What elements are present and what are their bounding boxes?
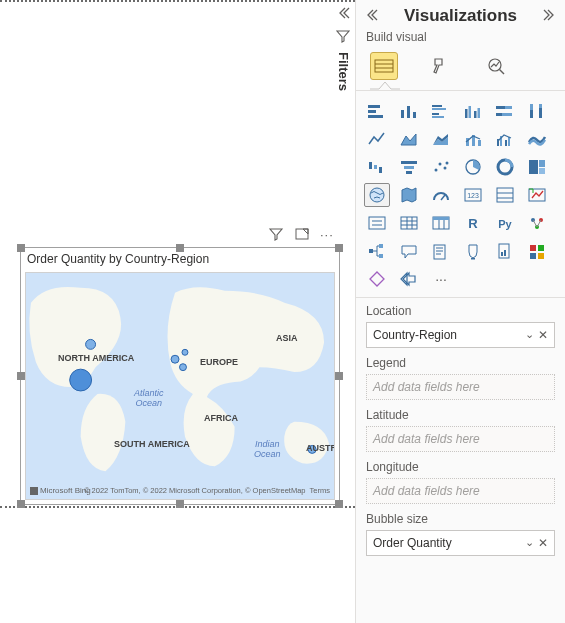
card-icon[interactable]: 123	[460, 183, 486, 207]
kpi-icon[interactable]	[524, 183, 550, 207]
filled-map-icon[interactable]	[396, 183, 422, 207]
expand-panel-icon[interactable]	[543, 8, 557, 25]
filter-icon[interactable]	[268, 226, 284, 245]
chevron-down-icon[interactable]: ⌄	[525, 328, 534, 342]
resize-handle-w[interactable]	[17, 372, 25, 380]
resize-handle-sw[interactable]	[17, 500, 25, 508]
treemap-icon[interactable]	[524, 155, 550, 179]
bing-map[interactable]: NORTH AMERICA EUROPE ASIA AFRICA SOUTH A…	[25, 272, 335, 500]
power-automate-icon[interactable]	[364, 267, 390, 291]
line-clustered-column-icon[interactable]	[492, 127, 518, 151]
more-options-icon[interactable]: ···	[320, 227, 336, 243]
svg-line-59	[441, 195, 445, 200]
svg-rect-22	[432, 113, 439, 115]
get-more-icon[interactable]	[396, 267, 422, 291]
svg-rect-0	[296, 229, 308, 239]
svg-rect-45	[379, 167, 382, 173]
expand-filters-icon[interactable]	[336, 6, 350, 23]
well-legend-placeholder: Add data fields here	[373, 380, 480, 394]
hundred-stacked-column-icon[interactable]	[524, 99, 550, 123]
remove-field-icon[interactable]: ✕	[538, 536, 548, 550]
pie-chart-icon[interactable]	[460, 155, 486, 179]
resize-handle-se[interactable]	[335, 500, 343, 508]
panel-subtitle: Build visual	[356, 30, 565, 50]
hundred-stacked-bar-icon[interactable]	[492, 99, 518, 123]
svg-rect-33	[530, 110, 533, 118]
svg-point-5	[180, 364, 187, 371]
filter-funnel-icon	[336, 29, 350, 46]
report-canvas[interactable]: Filters ··· Order Quantity by Country-Re…	[0, 0, 355, 623]
stacked-bar-chart-icon[interactable]	[364, 99, 390, 123]
collapse-panel-icon[interactable]	[364, 8, 378, 25]
smart-narrative-icon[interactable]	[428, 239, 454, 263]
svg-rect-15	[368, 110, 376, 113]
table-icon[interactable]	[396, 211, 422, 235]
line-chart-icon[interactable]	[364, 127, 390, 151]
stacked-column-chart-icon[interactable]	[396, 99, 422, 123]
well-bubble-field[interactable]: Order Quantity ⌄ ✕	[366, 530, 555, 556]
format-visual-tab[interactable]	[426, 52, 454, 80]
terms-link[interactable]: Terms	[310, 486, 330, 495]
matrix-icon[interactable]	[428, 211, 454, 235]
filters-collapsed-tab[interactable]: Filters	[331, 6, 355, 91]
paginated-report-icon[interactable]	[492, 239, 518, 263]
well-latitude-field[interactable]: Add data fields here	[366, 426, 555, 452]
remove-field-icon[interactable]: ✕	[538, 328, 548, 342]
svg-point-49	[435, 169, 438, 172]
line-stacked-column-icon[interactable]	[460, 127, 486, 151]
decomposition-tree-icon[interactable]	[364, 239, 390, 263]
multi-row-card-icon[interactable]	[492, 183, 518, 207]
map-visual-container[interactable]: ··· Order Quantity by Country-Region	[20, 223, 340, 505]
well-longitude: Longitude Add data fields here	[356, 454, 565, 506]
funnel-chart-icon[interactable]	[396, 155, 422, 179]
openstreetmap-link[interactable]: © OpenStreetMap	[245, 486, 306, 495]
qa-visual-icon[interactable]	[396, 239, 422, 263]
key-influencers-icon[interactable]	[524, 211, 550, 235]
focus-mode-icon[interactable]	[294, 226, 310, 245]
well-location-field[interactable]: Country-Region ⌄ ✕	[366, 322, 555, 348]
build-visual-tab[interactable]	[370, 52, 398, 80]
svg-rect-46	[401, 161, 417, 164]
svg-rect-17	[401, 110, 404, 118]
svg-rect-8	[30, 487, 38, 495]
clustered-column-chart-icon[interactable]	[460, 99, 486, 123]
gauge-icon[interactable]	[428, 183, 454, 207]
svg-rect-26	[474, 111, 477, 118]
resize-handle-ne[interactable]	[335, 244, 343, 252]
r-visual-icon[interactable]: R	[460, 211, 486, 235]
svg-rect-84	[379, 244, 383, 248]
resize-handle-e[interactable]	[335, 372, 343, 380]
python-visual-icon[interactable]: Py	[492, 211, 518, 235]
stacked-area-chart-icon[interactable]	[428, 127, 454, 151]
goals-icon[interactable]	[460, 239, 486, 263]
svg-rect-21	[432, 108, 446, 110]
donut-chart-icon[interactable]	[492, 155, 518, 179]
power-apps-icon[interactable]	[524, 239, 550, 263]
ribbon-chart-icon[interactable]	[524, 127, 550, 151]
panel-title: Visualizations	[404, 6, 517, 26]
map-label-atlantic: Atlantic Ocean	[134, 388, 164, 408]
well-longitude-placeholder: Add data fields here	[373, 484, 480, 498]
waterfall-chart-icon[interactable]	[364, 155, 390, 179]
resize-handle-nw[interactable]	[17, 244, 25, 252]
more-visuals-icon[interactable]: ···	[428, 267, 454, 291]
clustered-bar-chart-icon[interactable]	[428, 99, 454, 123]
visualization-gallery: 123 R Py ···	[356, 91, 565, 297]
svg-rect-19	[413, 112, 416, 118]
area-chart-icon[interactable]	[396, 127, 422, 151]
well-latitude-label: Latitude	[366, 408, 555, 426]
chevron-down-icon[interactable]: ⌄	[525, 536, 534, 550]
svg-rect-42	[508, 137, 510, 146]
map-icon[interactable]	[364, 183, 390, 207]
slicer-icon[interactable]	[364, 211, 390, 235]
analytics-tab[interactable]	[482, 52, 510, 80]
scatter-chart-icon[interactable]	[428, 155, 454, 179]
resize-handle-n[interactable]	[176, 244, 184, 252]
filters-tab-label: Filters	[336, 52, 351, 91]
well-longitude-field[interactable]: Add data fields here	[366, 478, 555, 504]
map-visual[interactable]: Order Quantity by Country-Region	[20, 247, 340, 505]
well-legend-field[interactable]: Add data fields here	[366, 374, 555, 400]
well-legend: Legend Add data fields here	[356, 350, 565, 402]
svg-text:R: R	[468, 216, 478, 231]
resize-handle-s[interactable]	[176, 500, 184, 508]
